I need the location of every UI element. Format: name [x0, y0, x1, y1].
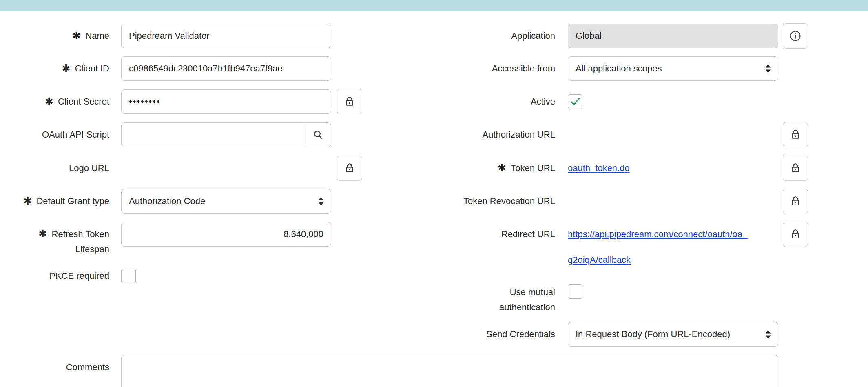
redirect-url-line2: g2oiqA/callback — [568, 247, 780, 273]
authorization-url-label-text: Authorization URL — [482, 129, 555, 140]
refresh-token-lifespan-label-line2: Lifespan — [75, 244, 109, 255]
comments-textarea[interactable] — [121, 355, 778, 387]
accessible-from-label: Accessible from — [408, 56, 555, 81]
application-value: Global — [576, 31, 602, 41]
refresh-token-lifespan-label-line1: Refresh Token — [52, 229, 109, 240]
logo-url-label: Logo URL — [0, 156, 109, 181]
check-icon — [569, 96, 581, 108]
name-label-text: Name — [85, 31, 109, 41]
client-id-label-text: Client ID — [75, 63, 109, 74]
active-label-text: Active — [531, 96, 555, 107]
oauth-api-script-input[interactable] — [122, 123, 305, 147]
oauth-api-script-label: OAuth API Script — [0, 122, 109, 147]
lock-icon — [790, 162, 801, 174]
pkce-required-label-text: PKCE required — [49, 271, 109, 281]
pkce-required-checkbox[interactable] — [121, 269, 136, 283]
client-id-label: ✱ Client ID — [0, 56, 109, 81]
token-url-label-text: Token URL — [511, 163, 555, 173]
required-icon: ✱ — [72, 31, 81, 41]
application-label-text: Application — [511, 31, 555, 41]
lock-icon — [790, 129, 801, 140]
comments-label-text: Comments — [66, 362, 109, 373]
token-revocation-url-lock-button[interactable] — [783, 189, 808, 214]
redirect-url-label: Redirect URL — [408, 222, 555, 247]
oauth-application-form: ✱ Name ✱ Client ID ✱ Client Secret OAuth… — [0, 0, 868, 387]
oauth-api-script-field — [121, 122, 331, 147]
redirect-url-lock-button[interactable] — [783, 222, 808, 247]
refresh-token-lifespan-label: ✱ Refresh Token Lifespan — [0, 227, 109, 257]
accessible-from-label-text: Accessible from — [492, 63, 555, 74]
accessible-from-select[interactable]: All application scopes — [568, 56, 778, 81]
token-url-label: ✱ Token URL — [408, 156, 555, 181]
required-icon: ✱ — [62, 63, 71, 73]
default-grant-type-select[interactable]: Authorization Code — [121, 189, 331, 214]
use-mutual-authentication-label-line2: authentication — [499, 302, 555, 313]
token-revocation-url-label: Token Revocation URL — [408, 189, 555, 214]
info-icon — [789, 30, 802, 42]
redirect-url-label-text: Redirect URL — [501, 229, 555, 240]
top-accent-bar — [0, 0, 868, 11]
use-mutual-authentication-label-line1-wrap: Use mutual — [510, 285, 555, 300]
default-grant-type-label-text: Default Grant type — [36, 196, 109, 207]
redirect-url-line1: https://api.pipedream.com/connect/oauth/… — [568, 221, 780, 247]
oauth-api-script-search-button[interactable] — [305, 123, 331, 147]
redirect-url-link[interactable]: https://api.pipedream.com/connect/oauth/… — [568, 221, 780, 273]
token-revocation-url-label-text: Token Revocation URL — [463, 196, 555, 207]
send-credentials-value: In Request Body (Form URL-Encoded) — [576, 329, 730, 340]
logo-url-label-text: Logo URL — [69, 163, 109, 173]
search-icon — [312, 129, 324, 140]
refresh-token-lifespan-input[interactable] — [121, 222, 331, 247]
logo-url-lock-button[interactable] — [337, 156, 362, 181]
client-secret-label-text: Client Secret — [58, 96, 109, 107]
send-credentials-label-text: Send Credentials — [486, 329, 555, 340]
token-url-lock-button[interactable] — [783, 156, 808, 181]
application-field: Global — [568, 24, 778, 48]
oauth-api-script-label-text: OAuth API Script — [42, 129, 109, 140]
select-arrows-icon — [317, 196, 325, 207]
lock-icon — [790, 229, 801, 240]
send-credentials-select[interactable]: In Request Body (Form URL-Encoded) — [568, 322, 778, 347]
lock-icon — [344, 96, 355, 107]
refresh-token-lifespan-label-line2-wrap: Lifespan — [75, 242, 109, 257]
required-icon: ✱ — [39, 229, 47, 239]
active-label: Active — [408, 89, 555, 114]
client-id-input[interactable] — [121, 56, 331, 81]
required-icon: ✱ — [24, 196, 32, 206]
application-label: Application — [408, 23, 555, 49]
client-secret-lock-button[interactable] — [337, 89, 362, 114]
lock-icon — [344, 162, 355, 174]
select-arrows-icon — [764, 329, 772, 340]
pkce-required-label: PKCE required — [0, 263, 109, 289]
select-arrows-icon — [764, 63, 772, 74]
active-checkbox[interactable] — [568, 94, 582, 109]
refresh-token-lifespan-label-line1-wrap: ✱ Refresh Token — [39, 227, 109, 242]
use-mutual-authentication-checkbox[interactable] — [568, 284, 582, 299]
use-mutual-authentication-label-line1: Use mutual — [510, 287, 555, 298]
authorization-url-lock-button[interactable] — [783, 122, 808, 147]
client-secret-label: ✱ Client Secret — [0, 89, 109, 114]
authorization-url-label: Authorization URL — [408, 122, 555, 147]
required-icon: ✱ — [45, 96, 53, 107]
default-grant-type-value: Authorization Code — [129, 196, 205, 207]
token-url-link[interactable]: oauth_token.do — [568, 156, 630, 181]
comments-label: Comments — [0, 355, 109, 380]
required-icon: ✱ — [498, 163, 506, 173]
accessible-from-value: All application scopes — [576, 63, 662, 74]
default-grant-type-label: ✱ Default Grant type — [0, 189, 109, 214]
lock-icon — [790, 196, 801, 207]
name-input[interactable] — [121, 24, 331, 48]
name-label: ✱ Name — [0, 23, 109, 49]
application-info-button[interactable] — [783, 23, 808, 49]
send-credentials-label: Send Credentials — [408, 322, 555, 347]
use-mutual-authentication-label: Use mutual authentication — [408, 285, 555, 315]
client-secret-input[interactable] — [121, 89, 331, 114]
use-mutual-authentication-label-line2-wrap: authentication — [499, 300, 555, 315]
